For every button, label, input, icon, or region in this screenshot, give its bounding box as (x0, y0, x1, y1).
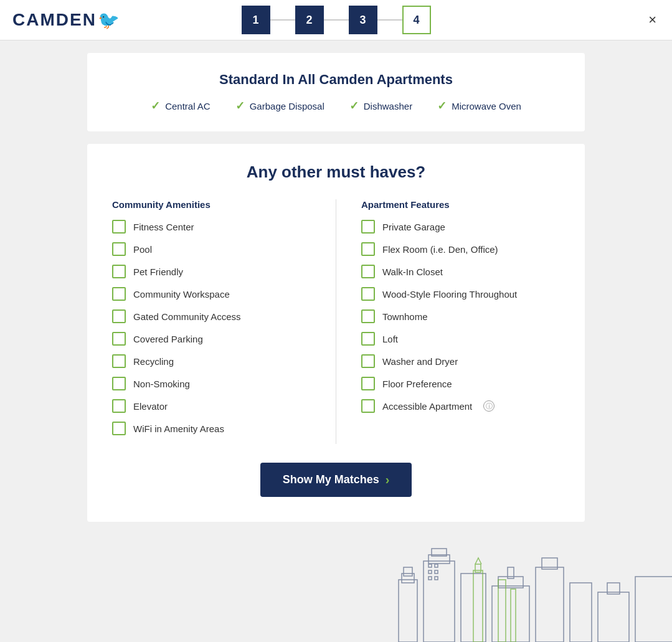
step-connector-3 (377, 19, 402, 21)
checkbox-wifi-amenity[interactable] (112, 422, 126, 435)
community-item-8[interactable]: Elevator (112, 399, 311, 413)
step-3-button[interactable]: 3 (349, 6, 377, 34)
apartment-item-8[interactable]: Accessible Apartment ⓘ (361, 399, 560, 413)
community-label-0: Fitness Center (133, 222, 194, 232)
checkbox-gated-access[interactable] (112, 309, 126, 323)
checkbox-private-garage[interactable] (361, 220, 375, 234)
svg-rect-13 (598, 592, 629, 642)
apartment-item-6[interactable]: Washer and Dryer (361, 354, 560, 368)
community-label-1: Pool (133, 244, 152, 255)
community-label-9: WiFi in Amenity Areas (133, 423, 224, 434)
apartment-item-4[interactable]: Townhome (361, 309, 560, 323)
apartment-col-title: Apartment Features (361, 199, 560, 210)
standard-item-label-3: Microwave Oven (452, 101, 521, 111)
musthaves-title: Any other must haves? (112, 163, 560, 182)
svg-rect-0 (399, 580, 417, 642)
checkbox-non-smoking[interactable] (112, 377, 126, 390)
svg-rect-23 (475, 564, 481, 572)
svg-rect-24 (498, 580, 506, 642)
check-icon-3: ✓ (437, 99, 447, 113)
svg-rect-16 (428, 564, 432, 567)
community-item-9[interactable]: WiFi in Amenity Areas (112, 422, 311, 435)
svg-rect-20 (428, 577, 432, 580)
apartment-label-4: Townhome (382, 311, 428, 322)
step-connector-1 (270, 19, 295, 21)
community-label-3: Community Workspace (133, 289, 230, 300)
community-item-5[interactable]: Covered Parking (112, 332, 311, 346)
musthaves-card: Any other must haves? Community Amenitie… (87, 144, 585, 522)
checkbox-elevator[interactable] (112, 399, 126, 413)
svg-rect-2 (404, 567, 412, 576)
community-item-7[interactable]: Non-Smoking (112, 377, 311, 390)
logo: CAMDEN 🐦 (12, 10, 120, 31)
checkbox-floor-preference[interactable] (361, 377, 375, 390)
checkbox-accessible-apartment[interactable] (361, 399, 375, 413)
apartment-col: Apartment Features Private Garage Flex R… (361, 199, 560, 444)
apartment-item-1[interactable]: Flex Room (i.e. Den, Office) (361, 242, 560, 256)
standard-title: Standard In All Camden Apartments (112, 72, 560, 88)
checkbox-washer-dryer[interactable] (361, 354, 375, 368)
community-col: Community Amenities Fitness Center Pool … (112, 199, 311, 444)
checkbox-pet-friendly[interactable] (112, 265, 126, 278)
apartment-label-6: Washer and Dryer (382, 356, 458, 367)
checkbox-wood-flooring[interactable] (361, 287, 375, 301)
svg-rect-15 (635, 577, 672, 642)
check-icon-1: ✓ (235, 99, 245, 113)
community-label-6: Recycling (133, 356, 174, 367)
community-item-4[interactable]: Gated Community Access (112, 309, 311, 323)
step-4-button[interactable]: 4 (402, 6, 431, 34)
column-divider (336, 199, 336, 444)
apartment-label-3: Wood-Style Flooring Throughout (382, 289, 517, 300)
community-label-7: Non-Smoking (133, 379, 190, 389)
apartment-item-0[interactable]: Private Garage (361, 220, 560, 234)
step-indicator: 1 2 3 4 (242, 6, 431, 34)
apartment-label-8: Accessible Apartment (382, 401, 472, 412)
community-col-title: Community Amenities (112, 199, 311, 210)
community-item-6[interactable]: Recycling (112, 354, 311, 368)
community-item-1[interactable]: Pool (112, 242, 311, 256)
header: CAMDEN 🐦 1 2 3 4 × (0, 0, 672, 40)
step-2-button[interactable]: 2 (295, 6, 324, 34)
svg-rect-19 (435, 570, 438, 574)
community-item-3[interactable]: Community Workspace (112, 287, 311, 301)
community-label-4: Gated Community Access (133, 311, 241, 322)
svg-rect-17 (435, 564, 438, 567)
checkbox-flex-room[interactable] (361, 242, 375, 256)
close-button[interactable]: × (645, 9, 660, 31)
check-icon-2: ✓ (349, 99, 359, 113)
checkbox-townhome[interactable] (361, 309, 375, 323)
cityscape (0, 542, 672, 642)
standard-item-1: ✓ Garbage Disposal (235, 99, 324, 113)
apartment-label-0: Private Garage (382, 222, 445, 232)
community-item-2[interactable]: Pet Friendly (112, 265, 311, 278)
community-item-0[interactable]: Fitness Center (112, 220, 311, 234)
apartment-item-5[interactable]: Loft (361, 332, 560, 346)
standard-item-label-2: Dishwasher (364, 101, 412, 111)
standard-items: ✓ Central AC ✓ Garbage Disposal ✓ Dishwa… (112, 99, 560, 113)
checkbox-fitness-center[interactable] (112, 220, 126, 234)
checkbox-community-workspace[interactable] (112, 287, 126, 301)
standard-item-2: ✓ Dishwasher (349, 99, 412, 113)
standard-item-label-0: Central AC (165, 101, 211, 111)
logo-text: CAMDEN (12, 10, 97, 30)
apartment-item-3[interactable]: Wood-Style Flooring Throughout (361, 287, 560, 301)
logo-bird-icon: 🐦 (98, 10, 120, 31)
step-1-button[interactable]: 1 (242, 6, 270, 34)
community-label-5: Covered Parking (133, 334, 203, 344)
svg-rect-12 (570, 583, 592, 642)
step-connector-2 (324, 19, 349, 21)
show-matches-button[interactable]: Show My Matches › (260, 463, 412, 497)
apartment-item-7[interactable]: Floor Preference (361, 377, 560, 390)
info-icon[interactable]: ⓘ (483, 400, 495, 412)
community-label-8: Elevator (133, 401, 168, 412)
checkbox-loft[interactable] (361, 332, 375, 346)
svg-rect-21 (435, 577, 438, 580)
checkbox-covered-parking[interactable] (112, 332, 126, 346)
apartment-item-2[interactable]: Walk-In Closet (361, 265, 560, 278)
apartment-label-1: Flex Room (i.e. Den, Office) (382, 244, 498, 255)
checkbox-walkin-closet[interactable] (361, 265, 375, 278)
show-matches-container: Show My Matches › (112, 463, 560, 497)
checkbox-pool[interactable] (112, 242, 126, 256)
community-label-2: Pet Friendly (133, 267, 183, 277)
checkbox-recycling[interactable] (112, 354, 126, 368)
